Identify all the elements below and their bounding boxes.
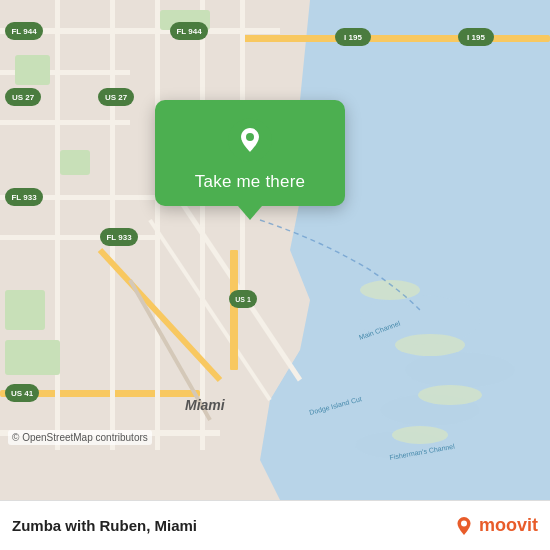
svg-rect-31 xyxy=(60,150,90,175)
svg-rect-14 xyxy=(240,35,550,42)
map-attribution: © OpenStreetMap contributors xyxy=(8,430,152,445)
svg-text:Miami: Miami xyxy=(185,397,226,413)
svg-marker-1 xyxy=(260,0,550,500)
svg-rect-33 xyxy=(5,340,60,375)
svg-text:FL 933: FL 933 xyxy=(11,193,37,202)
location-pin-icon xyxy=(228,118,272,162)
svg-text:FL 933: FL 933 xyxy=(106,233,132,242)
svg-point-59 xyxy=(246,133,254,141)
svg-rect-21 xyxy=(155,0,160,450)
svg-text:US 41: US 41 xyxy=(11,389,34,398)
svg-text:US 27: US 27 xyxy=(105,93,128,102)
location-card[interactable]: Take me there xyxy=(155,100,345,206)
svg-point-3 xyxy=(405,352,515,388)
map-container: FL 944 FL 944 US 27 US 27 I 195 I 195 FL… xyxy=(0,0,550,500)
svg-rect-29 xyxy=(15,55,50,85)
svg-point-60 xyxy=(461,520,467,526)
take-me-there-button[interactable]: Take me there xyxy=(195,172,305,192)
svg-text:FL 944: FL 944 xyxy=(176,27,202,36)
moovit-logo: moovit xyxy=(453,515,538,537)
svg-text:US 27: US 27 xyxy=(12,93,35,102)
svg-point-6 xyxy=(360,280,420,300)
svg-rect-19 xyxy=(55,0,60,450)
svg-point-9 xyxy=(392,426,448,444)
moovit-label: moovit xyxy=(479,515,538,536)
svg-text:I 195: I 195 xyxy=(344,33,362,42)
svg-text:I 195: I 195 xyxy=(467,33,485,42)
svg-rect-28 xyxy=(230,250,238,370)
svg-point-8 xyxy=(418,385,482,405)
svg-rect-32 xyxy=(5,290,45,330)
svg-text:US 1: US 1 xyxy=(235,296,251,303)
bottom-bar: Zumba with Ruben, Miami moovit xyxy=(0,500,550,550)
svg-point-7 xyxy=(395,334,465,356)
moovit-pin-icon xyxy=(453,515,475,537)
venue-name: Zumba with Ruben, Miami xyxy=(12,517,453,534)
svg-rect-20 xyxy=(110,0,115,450)
svg-rect-22 xyxy=(200,0,205,450)
svg-text:FL 944: FL 944 xyxy=(11,27,37,36)
